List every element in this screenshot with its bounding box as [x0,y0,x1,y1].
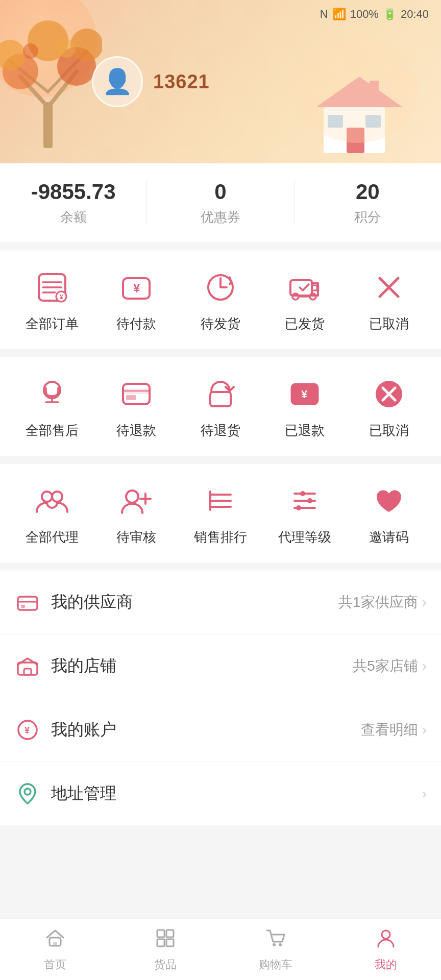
nfc-icon: N [320,8,328,21]
agent-level-item[interactable]: 代理等级 [262,480,347,546]
coupon-value: 0 [147,180,293,204]
pending-review-label: 待审核 [116,528,156,546]
svg-line-3 [10,61,48,92]
invite-code-icon [372,483,406,518]
stat-balance[interactable]: -9855.73 余额 [0,180,147,226]
all-agent-icon-box [32,480,72,521]
pending-refund-item[interactable]: 待退款 [94,374,179,439]
svg-point-80 [382,930,390,939]
as-cancelled-icon [372,377,406,411]
points-value: 20 [295,180,441,204]
shipped-item[interactable]: 已发货 [262,267,347,333]
products-icon [155,927,176,954]
all-aftersale-icon-box [32,374,72,414]
all-orders-item[interactable]: ¥ 全部订单 [10,267,94,333]
all-aftersale-icon [35,377,69,411]
all-agent-label: 全部代理 [26,528,79,546]
balance-label: 余额 [0,208,146,226]
svg-text:¥: ¥ [24,725,30,736]
account-title: 我的账户 [51,719,361,741]
pending-return-item[interactable]: 待退货 [179,374,263,439]
address-menu-item[interactable]: 地址管理 › [0,762,441,825]
address-icon [14,780,41,807]
agent-section: 全部代理 待审核 [0,464,441,562]
pending-payment-label: 待付款 [116,315,156,333]
sales-rank-item[interactable]: 销售排行 [179,480,263,546]
svg-line-2 [48,71,77,107]
account-chevron: › [422,722,427,738]
shipped-icon-box [284,267,325,308]
user-info: 👤 13621 [92,56,210,107]
svg-point-7 [0,40,26,70]
all-agent-item[interactable]: 全部代理 [10,480,94,546]
svg-rect-17 [370,81,379,96]
as-cancelled-label: 已取消 [369,422,409,439]
nav-home[interactable]: 首页 [0,920,110,979]
svg-point-10 [23,43,38,59]
stat-coupon[interactable]: 0 优惠券 [147,180,294,226]
pending-payment-item[interactable]: ¥ 待付款 [94,267,179,333]
account-menu-item[interactable]: ¥ 我的账户 查看明细 › [0,698,441,762]
sales-rank-icon-box [200,480,241,521]
store-title: 我的店铺 [51,655,353,677]
sales-rank-icon [203,483,238,518]
store-menu-item[interactable]: 我的店铺 共5家店铺 › [0,634,441,698]
supplier-menu-item[interactable]: 我的供应商 共1家供应商 › [0,571,441,634]
svg-rect-75 [166,930,174,937]
svg-point-79 [279,943,282,946]
order-cancelled-icon [372,270,406,305]
as-cancelled-item[interactable]: 已取消 [347,374,431,439]
battery-icon: 🔋 [383,8,397,21]
svg-rect-41 [126,395,136,400]
nav-products[interactable]: 货品 [110,920,220,979]
all-orders-label: 全部订单 [26,315,79,333]
all-orders-icon: ¥ [35,270,69,305]
status-bar: N 📶 100% 🔋 20:40 [0,0,441,29]
stat-points[interactable]: 20 积分 [295,180,441,226]
signal-icon: 📶 [332,8,346,21]
store-chevron: › [422,658,427,674]
house-decoration [308,66,410,158]
agent-level-icon [287,483,322,518]
svg-rect-14 [347,128,364,153]
pending-ship-item[interactable]: 待发货 [179,267,263,333]
svg-point-78 [273,943,276,946]
pending-refund-icon [119,377,154,411]
account-icon: ¥ [14,717,41,743]
refunded-item[interactable]: ¥ 已退款 [262,374,347,439]
svg-rect-12 [324,107,385,153]
svg-line-1 [20,77,48,107]
address-right: › [422,786,427,802]
svg-point-11 [57,39,76,58]
svg-point-62 [307,498,312,503]
status-icons: N 📶 100% 🔋 20:40 [320,8,429,21]
agent-level-icon-box [284,480,325,521]
invite-code-label: 邀请码 [369,528,409,546]
svg-rect-42 [210,392,231,406]
svg-text:¥: ¥ [133,281,140,295]
all-agent-icon [35,483,69,518]
avatar[interactable]: 👤 [92,56,143,107]
pending-ship-icon-box [200,267,241,308]
sales-rank-label: 销售排行 [194,528,247,546]
pending-review-item[interactable]: 待审核 [94,480,179,546]
svg-rect-74 [157,930,164,937]
pending-return-icon [203,377,238,411]
profile-icon [375,927,397,954]
refunded-icon: ¥ [287,377,322,411]
svg-point-71 [24,789,31,795]
as-cancelled-icon-box [369,374,409,414]
order-cancelled-item[interactable]: 已取消 [347,267,431,333]
svg-rect-68 [24,669,31,675]
invite-code-item[interactable]: 邀请码 [347,480,431,546]
nav-cart[interactable]: 购物车 [220,920,331,979]
nav-profile[interactable]: 我的 [331,920,441,979]
refunded-label: 已退款 [285,422,325,439]
svg-rect-16 [365,115,381,128]
pending-review-icon-box [116,480,157,521]
supplier-title: 我的供应商 [51,591,338,614]
all-aftersale-item[interactable]: 全部售后 [10,374,94,439]
time: 20:40 [401,8,429,21]
pending-payment-icon-box: ¥ [116,267,157,308]
agent-level-label: 代理等级 [278,528,331,546]
